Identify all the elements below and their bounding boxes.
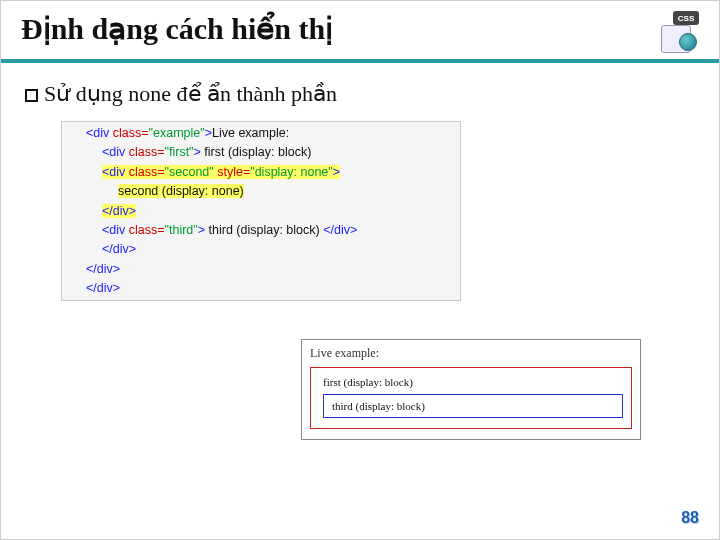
code-line-2: <div class="first"> first (display: bloc… — [86, 143, 454, 162]
css-badge-label: CSS — [673, 11, 699, 25]
code-line-4: second (display: none) — [86, 182, 454, 201]
code-line-5: </div> — [86, 202, 454, 221]
globe-icon — [679, 33, 697, 51]
code-line-3: <div class="second" style="display: none… — [86, 163, 454, 182]
square-bullet-icon — [25, 89, 38, 102]
code-line-8: </div> — [86, 260, 454, 279]
live-third-box: third (display: block) — [323, 394, 623, 418]
code-example: <div class="example">Live example: <div … — [61, 121, 461, 301]
code-line-1: <div class="example">Live example: — [86, 124, 454, 143]
bullet-item: Sử dụng none để ẩn thành phần — [25, 81, 695, 107]
slide-title: Định dạng cách hiển thị — [21, 11, 333, 46]
page-number: 88 — [681, 509, 699, 527]
live-example-box: Live example: first (display: block) thi… — [301, 339, 641, 440]
code-line-7: </div> — [86, 240, 454, 259]
code-line-6: <div class="third"> third (display: bloc… — [86, 221, 454, 240]
live-first-text: first (display: block) — [323, 376, 623, 388]
code-line-9: </div> — [86, 279, 454, 298]
live-first-box: first (display: block) third (display: b… — [310, 367, 632, 429]
live-example-label: Live example: — [310, 346, 632, 361]
bullet-text: Sử dụng none để ẩn thành phần — [44, 81, 337, 106]
live-outer-box: Live example: first (display: block) thi… — [301, 339, 641, 440]
css-file-icon: CSS — [657, 11, 699, 53]
